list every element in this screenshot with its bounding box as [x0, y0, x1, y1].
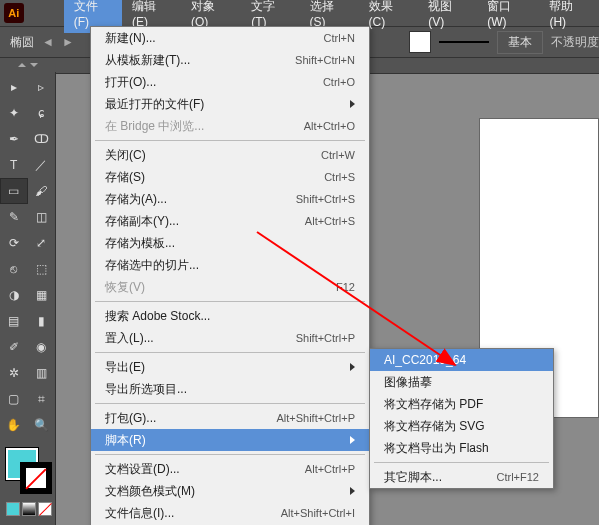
menu-item-label: 打开(O)...	[105, 74, 323, 91]
perspective-tool[interactable]: ▦	[28, 282, 56, 308]
color-picker[interactable]	[0, 444, 55, 504]
file-menu-item-9[interactable]: 存储副本(Y)...Alt+Ctrl+S	[91, 210, 369, 232]
menu-item-label: 文件信息(I)...	[105, 505, 281, 522]
menu-item-label: AI_CC2019_64	[384, 353, 539, 367]
magic-wand-tool[interactable]: ✦	[0, 100, 28, 126]
menu-item-label: 文档设置(D)...	[105, 461, 305, 478]
scale-tool[interactable]: ⤢	[28, 230, 56, 256]
file-menu-item-18[interactable]: 导出所选项目...	[91, 378, 369, 400]
file-menu-item-23[interactable]: 文档设置(D)...Alt+Ctrl+P	[91, 458, 369, 480]
menu-item-label: 打包(G)...	[105, 410, 276, 427]
file-menu-item-10[interactable]: 存储为模板...	[91, 232, 369, 254]
menu-7[interactable]: 窗口(W)	[477, 0, 539, 33]
hand-tool[interactable]: ✋	[0, 412, 28, 438]
file-menu-item-1[interactable]: 从模板新建(T)...Shift+Ctrl+N	[91, 49, 369, 71]
menu-item-label: 文档颜色模式(M)	[105, 483, 344, 500]
file-menu-item-8[interactable]: 存储为(A)...Shift+Ctrl+S	[91, 188, 369, 210]
eraser-tool[interactable]: ◫	[28, 204, 56, 230]
selection-tool[interactable]: ▸	[0, 74, 28, 100]
menu-item-shortcut: Ctrl+F12	[497, 471, 540, 483]
rectangle-tool[interactable]: ▭	[0, 178, 28, 204]
eyedropper-tool[interactable]: ✐	[0, 334, 28, 360]
menu-item-label: 脚本(R)	[105, 432, 344, 449]
menu-item-label: 导出所选项目...	[105, 381, 355, 398]
menu-item-shortcut: Shift+Ctrl+N	[295, 54, 355, 66]
color-mode-none[interactable]	[38, 502, 52, 516]
menu-item-label: 存储为(A)...	[105, 191, 296, 208]
width-tool[interactable]: ⎋	[0, 256, 28, 282]
graph-tool[interactable]: ▥	[28, 360, 56, 386]
menu-item-label: 存储选中的切片...	[105, 257, 355, 274]
color-mode-fill[interactable]	[6, 502, 20, 516]
fill-swatch[interactable]	[409, 31, 431, 53]
menu-item-label: 置入(L)...	[105, 330, 296, 347]
file-menu-item-25[interactable]: 文件信息(I)...Alt+Shift+Ctrl+I	[91, 502, 369, 524]
file-menu-item-15[interactable]: 置入(L)...Shift+Ctrl+P	[91, 327, 369, 349]
symbol-sprayer-tool[interactable]: ✲	[0, 360, 28, 386]
script-submenu-item-4[interactable]: 将文档导出为 Flash	[370, 437, 553, 459]
zoom-tool[interactable]: 🔍	[28, 412, 56, 438]
file-menu-item-6[interactable]: 关闭(C)Ctrl+W	[91, 144, 369, 166]
file-menu-item-20[interactable]: 打包(G)...Alt+Shift+Ctrl+P	[91, 407, 369, 429]
file-menu-item-3[interactable]: 最近打开的文件(F)	[91, 93, 369, 115]
file-menu-item-21[interactable]: 脚本(R)	[91, 429, 369, 451]
file-menu-item-24[interactable]: 文档颜色模式(M)	[91, 480, 369, 502]
menu-item-label: 将文档存储为 PDF	[384, 396, 539, 413]
file-menu-item-7[interactable]: 存储(S)Ctrl+S	[91, 166, 369, 188]
line-tool[interactable]: ／	[28, 152, 56, 178]
opacity-label: 不透明度	[551, 34, 599, 51]
submenu-arrow-icon	[350, 363, 355, 371]
menu-item-shortcut: Ctrl+W	[321, 149, 355, 161]
file-menu-item-0[interactable]: 新建(N)...Ctrl+N	[91, 27, 369, 49]
gradient-tool[interactable]: ▮	[28, 308, 56, 334]
file-menu-item-14[interactable]: 搜索 Adobe Stock...	[91, 305, 369, 327]
paintbrush-tool[interactable]: 🖌	[28, 178, 56, 204]
mesh-tool[interactable]: ▤	[0, 308, 28, 334]
menu-item-shortcut: Alt+Ctrl+S	[305, 215, 355, 227]
menu-item-label: 存储(S)	[105, 169, 324, 186]
rotate-tool[interactable]: ⟳	[0, 230, 28, 256]
chevron-right-icon[interactable]: ►	[62, 35, 74, 49]
script-submenu-item-0[interactable]: AI_CC2019_64	[370, 349, 553, 371]
artboard-tool[interactable]: ▢	[0, 386, 28, 412]
menu-item-shortcut: Alt+Ctrl+O	[304, 120, 355, 132]
chevron-left-icon[interactable]: ◄	[42, 35, 54, 49]
menu-item-shortcut: Ctrl+O	[323, 76, 355, 88]
script-submenu-item-2[interactable]: 将文档存储为 PDF	[370, 393, 553, 415]
menu-item-shortcut: Shift+Ctrl+P	[296, 332, 355, 344]
shape-builder-tool[interactable]: ◑	[0, 282, 28, 308]
file-menu-item-11[interactable]: 存储选中的切片...	[91, 254, 369, 276]
panel-collapse-handle[interactable]	[0, 58, 56, 72]
free-transform-tool[interactable]: ⬚	[28, 256, 56, 282]
stroke-color-swatch[interactable]	[20, 462, 52, 494]
menu-8[interactable]: 帮助(H)	[539, 0, 599, 33]
lasso-tool[interactable]: ɕ	[28, 100, 56, 126]
menu-6[interactable]: 视图(V)	[418, 0, 477, 33]
menu-item-shortcut: Alt+Shift+Ctrl+I	[281, 507, 355, 519]
blend-tool[interactable]: ◉	[28, 334, 56, 360]
menu-item-shortcut: Alt+Ctrl+P	[305, 463, 355, 475]
shaper-tool[interactable]: ✎	[0, 204, 28, 230]
menu-item-label: 导出(E)	[105, 359, 344, 376]
submenu-arrow-icon	[350, 487, 355, 495]
color-mode-gradient[interactable]	[22, 502, 36, 516]
menu-item-label: 在 Bridge 中浏览...	[105, 118, 304, 135]
file-menu-item-17[interactable]: 导出(E)	[91, 356, 369, 378]
menu-item-label: 搜索 Adobe Stock...	[105, 308, 355, 325]
type-tool[interactable]: T	[0, 152, 28, 178]
menu-item-shortcut: F12	[336, 281, 355, 293]
pen-tool[interactable]: ✒	[0, 126, 28, 152]
stroke-style-dropdown[interactable]: 基本	[497, 31, 543, 54]
file-menu-item-2[interactable]: 打开(O)...Ctrl+O	[91, 71, 369, 93]
app-logo: Ai	[4, 3, 24, 23]
direct-selection-tool[interactable]: ▹	[28, 74, 56, 100]
slice-tool[interactable]: ⌗	[28, 386, 56, 412]
script-submenu-item-6[interactable]: 其它脚本...Ctrl+F12	[370, 466, 553, 488]
script-submenu-item-1[interactable]: 图像描摹	[370, 371, 553, 393]
shape-label: 椭圆	[10, 34, 34, 51]
script-submenu-item-3[interactable]: 将文档存储为 SVG	[370, 415, 553, 437]
curvature-tool[interactable]: ↀ	[28, 126, 56, 152]
file-menu-item-4: 在 Bridge 中浏览...Alt+Ctrl+O	[91, 115, 369, 137]
menu-item-label: 存储副本(Y)...	[105, 213, 305, 230]
menu-item-label: 从模板新建(T)...	[105, 52, 295, 69]
